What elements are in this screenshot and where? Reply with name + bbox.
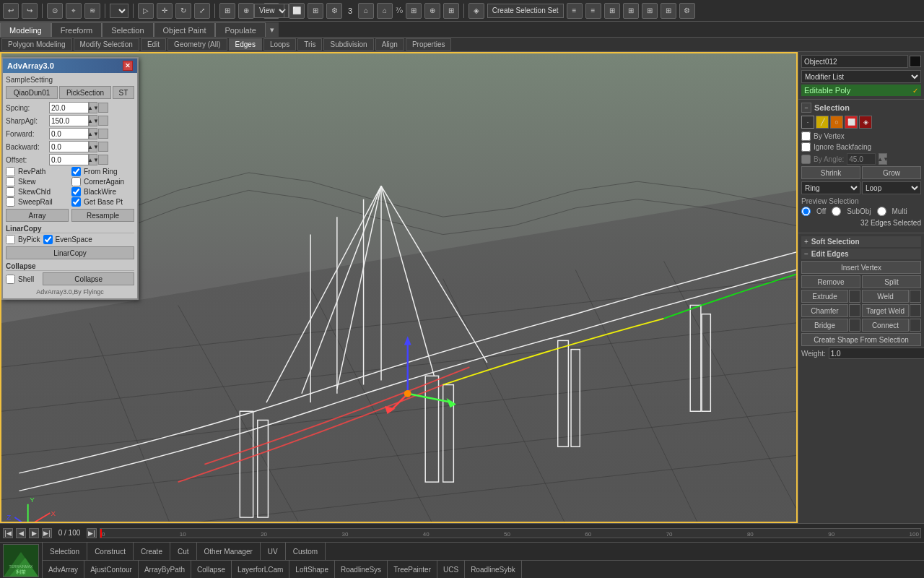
subtab-geometry-all[interactable]: Geometry (All) [167,38,227,51]
evenspace-checkbox[interactable] [43,235,53,244]
timeline-prev-btn[interactable]: ◀ [16,528,26,538]
dialog-close-button[interactable]: ✕ [123,61,133,71]
by-vertex-checkbox[interactable] [801,131,811,141]
backward-input[interactable] [49,141,89,152]
render1[interactable]: ⬜ [289,3,305,19]
bridge-settings-btn[interactable] [849,319,860,332]
sharpangle-input[interactable] [49,115,89,126]
select-tool[interactable]: ▷ [138,3,154,19]
tool1[interactable]: ⊙ [47,3,63,19]
corneragain-checkbox[interactable] [71,177,81,186]
layers4[interactable]: ⊞ [623,3,639,19]
tab-selection[interactable]: Selection [102,22,153,37]
spacing-spinner[interactable]: ▲▼ [89,102,97,113]
ignore-backfacing-checkbox[interactable] [801,142,811,152]
loop-select[interactable]: Loop [862,181,921,194]
forward-lock[interactable] [98,129,108,139]
undo-button[interactable]: ↩ [3,3,19,19]
revpath-checkbox[interactable] [6,167,15,176]
rotate-tool[interactable]: ↻ [175,3,191,19]
connect-settings-btn[interactable] [910,319,921,332]
spacing-lock[interactable] [98,103,108,113]
move-tool[interactable]: ✛ [157,3,173,19]
remove-btn[interactable]: Remove [801,275,860,288]
timeline-start-btn[interactable]: |◀ [3,528,13,538]
status-tab-uv[interactable]: UV [261,543,286,560]
preview-off-radio[interactable] [801,207,811,216]
border-sel-icon[interactable]: ○ [830,116,843,129]
weld-settings-btn[interactable] [910,290,921,303]
st-btn[interactable]: ST [113,86,134,99]
connect-btn[interactable]: Connect [862,319,909,332]
subtab-polygon-modeling[interactable]: Polygon Modeling [1,38,72,51]
element-sel-icon[interactable]: ◈ [859,116,872,129]
render3[interactable]: ⚙ [326,3,342,19]
status-subtab-treepainter[interactable]: TreePainter [388,561,437,578]
subtab-edit[interactable]: Edit [141,38,166,51]
by-angle-spinner[interactable]: ▲▼ [879,153,887,165]
bridge-btn[interactable]: Bridge [801,319,848,332]
status-subtab-layerforlcam[interactable]: LayerforLCam [232,561,289,578]
qiaodun-btn[interactable]: QiaoDun01 [6,86,58,99]
shrink-btn[interactable]: Shrink [801,166,860,179]
subtab-tris[interactable]: Tris [297,38,322,51]
status-subtab-collapse[interactable]: Collapse [191,561,232,578]
selection-collapse-btn[interactable]: − [801,103,811,113]
create-shape-btn[interactable]: Create Shape From Selection [801,333,921,346]
key1[interactable]: ⌂ [358,3,374,19]
status-tab-selection[interactable]: Selection [43,543,87,560]
named-sel[interactable]: ◈ [468,3,484,19]
linarcopy-btn[interactable]: LinarCopy [6,246,134,259]
spacing-input[interactable] [49,102,89,113]
grow-btn[interactable]: Grow [862,166,921,179]
preview-multi-radio[interactable] [877,207,886,216]
status-subtab-arraybypath[interactable]: ArrayByPath [139,561,191,578]
tab-modeling[interactable]: Modeling [0,22,51,37]
extrude-btn[interactable]: Extrude [801,290,848,303]
tab-populate[interactable]: Populate [215,22,265,37]
preview-subobj-radio[interactable] [832,207,841,216]
getbasept-checkbox[interactable] [71,197,81,207]
sweeprail-checkbox[interactable] [6,197,15,207]
collapse-btn[interactable]: Collapse [43,272,134,285]
insert-vertex-btn[interactable]: Insert Vertex [801,261,921,274]
backward-spinner[interactable]: ▲▼ [89,141,97,152]
subtab-properties[interactable]: Properties [406,38,452,51]
sharpangle-lock[interactable] [98,116,108,126]
target-weld-btn[interactable]: Target Weld [862,304,909,317]
chamfer-settings-btn[interactable] [849,304,860,317]
soft-selection-header[interactable]: + Soft Selection [801,236,921,247]
status-subtab-ajustcontour[interactable]: AjustContour [84,561,139,578]
status-tab-custom[interactable]: Custom [286,543,326,560]
tool3[interactable]: ≋ [84,3,100,19]
modifier-list-select[interactable]: Modifier List [801,70,921,83]
snap2[interactable]: ⊕ [424,3,440,19]
subtab-modify-selection[interactable]: Modify Selection [74,38,139,51]
subtab-subdivision[interactable]: Subdivision [323,38,373,51]
render2[interactable]: ⊞ [308,3,323,19]
subtab-edges[interactable]: Edges [229,38,262,51]
status-tab-cut[interactable]: Cut [170,543,197,560]
status-subtab-roadlinesybk[interactable]: RoadlineSybk [465,561,522,578]
extrude-settings-btn[interactable] [849,290,860,303]
tab-freeform[interactable]: Freeform [51,22,103,37]
selection-filter-select[interactable]: All [110,4,128,18]
split-btn[interactable]: Split [862,275,921,288]
chamfer-btn[interactable]: Chamfer [801,304,848,317]
target-weld-settings-btn[interactable] [910,304,921,317]
edge-sel-icon[interactable]: ╱ [816,116,829,129]
subtab-loops[interactable]: Loops [263,38,296,51]
ring-select[interactable]: Ring [801,181,860,194]
by-angle-input[interactable] [847,153,876,165]
timeline-play-btn[interactable]: ▶ [29,528,39,538]
array-btn[interactable]: Array [6,209,69,222]
settings-btn[interactable]: ⚙ [679,3,695,19]
layers3[interactable]: ⊞ [604,3,620,19]
status-tab-create[interactable]: Create [134,543,170,560]
sharpangle-spinner[interactable]: ▲▼ [89,115,97,126]
poly-sel-icon[interactable]: ⬜ [845,116,858,129]
object-color-box[interactable] [910,56,921,67]
layers5[interactable]: ⊞ [642,3,658,19]
scale-tool[interactable]: ⤢ [194,3,210,19]
status-subtab-roadlinesys[interactable]: RoadlineSys [335,561,388,578]
